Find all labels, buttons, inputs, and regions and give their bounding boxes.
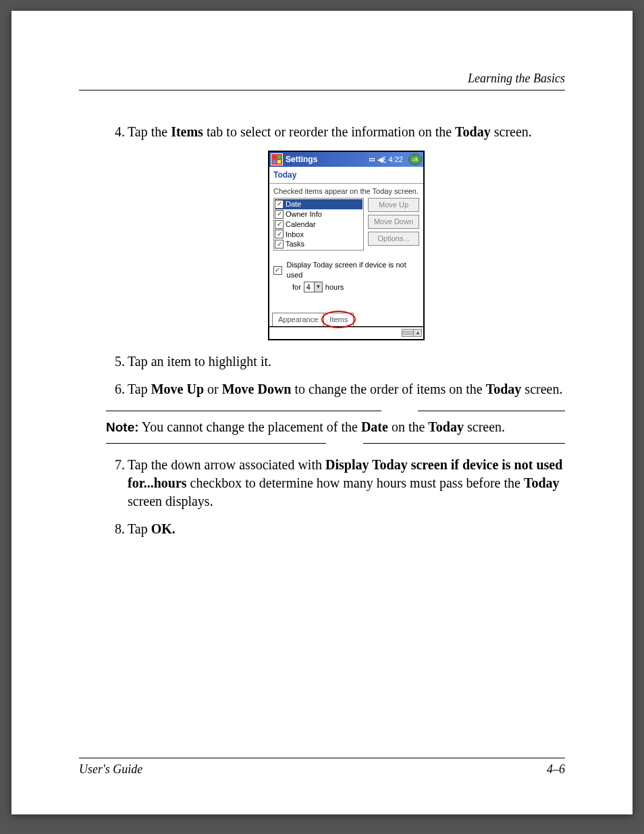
ok-button[interactable]: ok: [408, 154, 422, 165]
checkbox-icon[interactable]: ✓: [273, 266, 282, 275]
svg-rect-0: [273, 155, 276, 159]
note-block: Note: You cannot change the placement of…: [106, 411, 565, 444]
step-text: Tap the down arrow associated with Displ…: [128, 457, 562, 509]
step-4: 4. Tap the Items tab to select or reorde…: [128, 123, 565, 141]
screenshot-figure: Settings ◀ξ 4:22 ok Today Checked items …: [128, 151, 565, 340]
body-content: 4. Tap the Items tab to select or reorde…: [79, 123, 565, 538]
speaker-icon: ◀ξ: [377, 155, 386, 165]
footer-rule: [79, 758, 565, 758]
reorder-buttons: Move Up Move Down Options...: [368, 198, 419, 251]
pda-status-area: ◀ξ 4:22 ok: [369, 154, 422, 165]
list-item[interactable]: ✓ Inbox: [275, 230, 363, 240]
list-item-label: Owner Info: [286, 209, 322, 219]
tab-strip: Appearance Items: [269, 296, 423, 327]
list-item-label: Date: [286, 199, 301, 209]
list-item-label: Inbox: [286, 230, 304, 240]
step-text: Tap Move Up or Move Down to change the o…: [128, 382, 562, 396]
list-item[interactable]: ✓ Owner Info: [275, 209, 363, 219]
checkbox-icon[interactable]: ✓: [275, 210, 284, 219]
checkbox-icon[interactable]: ✓: [275, 230, 284, 238]
for-label: for: [292, 282, 301, 292]
section-title: Learning the Basics: [79, 72, 565, 86]
footer-right: 4–6: [547, 762, 565, 777]
list-item-label: Tasks: [286, 239, 304, 249]
step-number: 8.: [106, 520, 125, 538]
step-text: Tap the Items tab to select or reorder t…: [128, 124, 532, 139]
pda-caption: Checked items appear on the Today screen…: [269, 184, 423, 198]
footer-left: User's Guide: [79, 762, 142, 777]
page-footer: User's Guide 4–6: [79, 758, 565, 777]
windows-flag-icon: [271, 153, 283, 165]
list-item-label: Calendar: [286, 219, 316, 230]
step-number: 6.: [106, 380, 125, 398]
note-label: Note:: [106, 420, 139, 434]
svg-rect-1: [277, 155, 281, 159]
connectivity-icon: [369, 158, 375, 161]
step-number: 7.: [106, 456, 125, 474]
pda-title: Settings: [286, 154, 369, 165]
display-today-section: ✓ Display Today screen if device is not …: [269, 251, 423, 296]
chevron-down-icon: ▼: [314, 282, 322, 292]
display-today-label: Display Today screen if device is not us…: [287, 260, 419, 280]
items-listbox[interactable]: ✓ Date ✓ Owner Info ✓ Calendar: [273, 198, 364, 251]
document-page: Learning the Basics 4. Tap the Items tab…: [11, 11, 633, 814]
keyboard-icon[interactable]: [402, 329, 414, 337]
options-button[interactable]: Options...: [368, 232, 419, 246]
move-up-button[interactable]: Move Up: [368, 198, 419, 212]
pda-subtitle: Today: [269, 167, 423, 184]
tab-items[interactable]: Items: [323, 313, 354, 326]
step-5: 5. Tap an item to highlight it.: [128, 353, 565, 371]
step-7: 7. Tap the down arrow associated with Di…: [128, 456, 565, 511]
note-text: Note: You cannot change the placement of…: [106, 411, 565, 443]
checkbox-icon[interactable]: ✓: [275, 240, 284, 249]
step-text: Tap an item to highlight it.: [128, 354, 271, 369]
header-rule: [79, 90, 565, 90]
pda-screenshot: Settings ◀ξ 4:22 ok Today Checked items …: [268, 151, 425, 340]
step-text: Tap OK.: [128, 521, 176, 536]
tab-appearance[interactable]: Appearance: [272, 313, 324, 326]
checkbox-icon[interactable]: ✓: [275, 200, 284, 209]
list-item[interactable]: ✓ Calendar: [275, 219, 363, 230]
sip-arrow-icon[interactable]: ▴: [414, 329, 422, 337]
pda-titlebar: Settings ◀ξ 4:22 ok: [269, 152, 423, 167]
checkbox-icon[interactable]: ✓: [275, 220, 284, 229]
instruction-list-continued: 7. Tap the down arrow associated with Di…: [106, 456, 565, 538]
move-down-button[interactable]: Move Down: [368, 215, 419, 229]
instruction-list: 4. Tap the Items tab to select or reorde…: [106, 123, 565, 398]
svg-rect-3: [277, 160, 281, 163]
step-number: 5.: [106, 353, 125, 371]
svg-rect-2: [273, 160, 276, 163]
hours-label: hours: [325, 282, 344, 292]
list-item[interactable]: ✓ Date: [275, 199, 363, 209]
list-item[interactable]: ✓ Tasks: [275, 239, 363, 249]
pda-time: 4:22: [389, 155, 403, 165]
hours-value: 4: [306, 282, 311, 292]
step-8: 8. Tap OK.: [128, 520, 565, 538]
pda-sip-bar: ▴: [269, 327, 423, 339]
hours-dropdown[interactable]: 4 ▼: [304, 282, 323, 292]
step-number: 4.: [106, 123, 125, 141]
step-6: 6. Tap Move Up or Move Down to change th…: [128, 380, 565, 398]
